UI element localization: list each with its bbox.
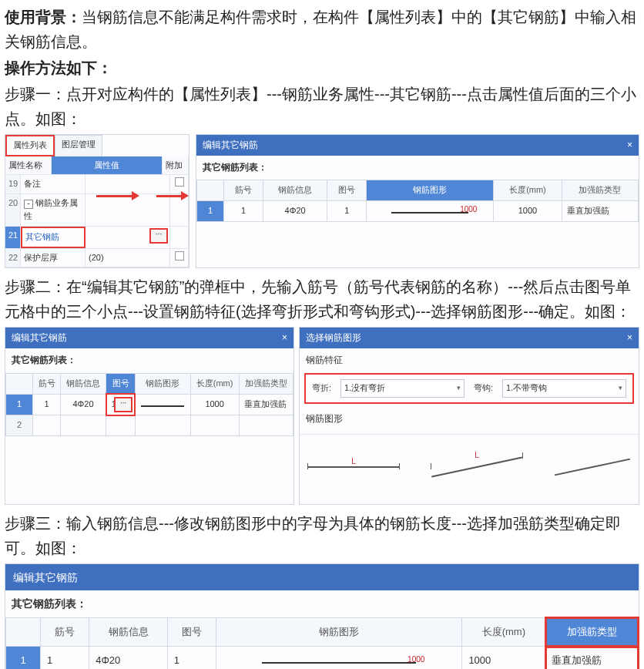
usage-body: 当钢筋信息不能满足构件需求时，在构件【属性列表】中的【其它钢筋】中输入相关钢筋信… xyxy=(5,8,636,50)
col-len: 长度(mm) xyxy=(494,180,562,201)
hook-label: 弯钩: xyxy=(474,382,493,395)
figure-3: 编辑其它钢筋 其它钢筋列表： 筋号 钢筋信息 图号 钢筋图形 长度(mm) 加强… xyxy=(5,563,639,669)
dialog-title: 选择钢筋图形 xyxy=(306,331,361,345)
annotation-arrow xyxy=(156,195,183,197)
panel-tabs: 属性列表 图层管理 xyxy=(5,135,189,156)
list-label: 其它钢筋列表： xyxy=(196,156,639,180)
usage-label: 使用背景： xyxy=(5,8,82,25)
col-type: 加强筋类型 xyxy=(562,180,638,201)
rebar-grid: 筋号 钢筋信息 图号 钢筋图形 长度(mm) 加强筋类型 1 1 4Φ20 1 … xyxy=(5,617,639,670)
property-header: 属性名称 属性值 附加 xyxy=(5,156,189,176)
col-name: 属性名称 xyxy=(5,156,52,175)
edit-other-rebar-dialog: 编辑其它钢筋 × 其它钢筋列表： 筋号 钢筋信息 图号 钢筋图形 长度(mm) … xyxy=(196,134,639,268)
grid-header: 筋号 钢筋信息 图号 钢筋图形 长度(mm) 加强筋类型 xyxy=(197,180,639,201)
checkbox-icon[interactable] xyxy=(175,177,184,187)
dialog-titlebar: 选择钢筋图形 × xyxy=(300,328,639,348)
feature-section-label: 钢筋特征 xyxy=(300,348,639,372)
usage-paragraph: 使用背景：当钢筋信息不能满足构件需求时，在构件【属性列表】中的【其它钢筋】中输入… xyxy=(5,5,639,54)
close-icon[interactable]: × xyxy=(627,138,632,153)
chevron-down-icon: ▾ xyxy=(457,382,461,393)
edit-other-rebar-dialog: 编辑其它钢筋 其它钢筋列表： 筋号 钢筋信息 图号 钢筋图形 长度(mm) 加强… xyxy=(5,563,639,669)
grid-header: 筋号 钢筋信息 图号 钢筋图形 长度(mm) 加强筋类型 xyxy=(6,373,293,394)
dialog-title: 编辑其它钢筋 xyxy=(203,138,258,153)
close-icon[interactable]: × xyxy=(282,331,287,345)
annotation-arrow xyxy=(96,195,133,197)
shape-option-1[interactable]: L xyxy=(307,466,400,468)
grid-row-1[interactable]: 1 1 4Φ20 1 1000 1000 垂直加强筋 xyxy=(6,647,639,669)
col-type: 加强筋类型 xyxy=(545,617,639,647)
checkbox-icon[interactable] xyxy=(175,251,184,261)
figure-2: 编辑其它钢筋 × 其它钢筋列表： 筋号 钢筋信息 图号 钢筋图形 长度(mm) … xyxy=(5,327,639,505)
tab-attribute-list[interactable]: 属性列表 xyxy=(5,135,55,156)
dialog-titlebar: 编辑其它钢筋 × xyxy=(5,328,293,348)
ellipsis-button[interactable]: ··· xyxy=(149,228,168,244)
close-icon[interactable]: × xyxy=(627,331,632,345)
select-shape-dialog: 选择钢筋图形 × 钢筋特征 弯折: 1.没有弯折▾ 弯钩: 1.不带弯钩▾ 钢筋… xyxy=(299,327,639,505)
property-panel: 属性列表 图层管理 属性名称 属性值 附加 19 备注 20 -钢筋业务属性 2… xyxy=(5,134,190,268)
figure-1: 属性列表 图层管理 属性名称 属性值 附加 19 备注 20 -钢筋业务属性 2… xyxy=(5,134,639,268)
shape-section-label: 钢筋图形 xyxy=(300,407,639,431)
edit-other-rebar-dialog: 编辑其它钢筋 × 其它钢筋列表： 筋号 钢筋信息 图号 钢筋图形 长度(mm) … xyxy=(5,327,294,505)
shape-cell[interactable]: 1000 xyxy=(367,200,494,221)
dialog-title: 编辑其它钢筋 xyxy=(12,331,67,345)
rebar-grid: 筋号 钢筋信息 图号 钢筋图形 长度(mm) 加强筋类型 1 1 4Φ20 1 … xyxy=(196,180,639,221)
chevron-down-icon: ▾ xyxy=(619,382,622,393)
step2-text: 步骤二：在“编辑其它钢筋”的弹框中，先输入筋号（筋号代表钢筋的名称）---然后点… xyxy=(5,274,639,324)
rebar-grid: 筋号 钢筋信息 图号 钢筋图形 长度(mm) 加强筋类型 1 1 4Φ20 1 … xyxy=(5,373,293,436)
col-jh: 筋号 xyxy=(224,180,263,201)
step1-text: 步骤一：点开对应构件的【属性列表】---钢筋业务属性---其它钢筋---点击属性… xyxy=(5,82,639,131)
grid-row-1[interactable]: 1 1 4Φ20 1 ··· 1000 垂直加强筋 xyxy=(6,394,293,415)
grid-row-1[interactable]: 1 1 4Φ20 1 1000 1000 垂直加强筋 xyxy=(197,200,639,221)
col-value: 属性值 xyxy=(52,156,163,175)
collapse-icon[interactable]: - xyxy=(24,200,33,209)
grid-row-2[interactable]: 2 xyxy=(6,415,293,436)
ellipsis-button[interactable]: ··· xyxy=(114,397,132,412)
bend-label: 弯折: xyxy=(312,382,331,395)
prop-row-19: 19 备注 xyxy=(5,175,189,194)
bend-select[interactable]: 1.没有弯折▾ xyxy=(340,379,465,398)
shape-cell[interactable] xyxy=(135,394,190,415)
step3-text: 步骤三：输入钢筋信息---修改钢筋图形中的字母为具体的钢筋长度---选择加强筋类… xyxy=(5,511,639,560)
shape-cell[interactable]: 1000 xyxy=(216,647,462,669)
col-attach: 附加 xyxy=(163,156,189,175)
prop-row-22: 22 保护层厚 (20) xyxy=(5,249,189,268)
list-label: 其它钢筋列表： xyxy=(5,348,293,372)
grid-header: 筋号 钢筋信息 图号 钢筋图形 长度(mm) 加强筋类型 xyxy=(6,617,639,647)
col-shape: 钢筋图形 xyxy=(367,180,494,201)
tab-layer-manage[interactable]: 图层管理 xyxy=(55,135,102,156)
feature-selectors: 弯折: 1.没有弯折▾ 弯钩: 1.不带弯钩▾ xyxy=(304,373,634,404)
method-heading: 操作方法如下： xyxy=(5,55,639,80)
th-cell[interactable]: 1 ··· xyxy=(106,394,135,415)
shape-gallery: L L xyxy=(300,434,639,504)
dialog-title: 编辑其它钢筋 xyxy=(13,569,78,586)
list-label: 其它钢筋列表： xyxy=(5,590,639,617)
type-cell[interactable]: 垂直加强筋 xyxy=(545,647,639,669)
dialog-titlebar: 编辑其它钢筋 xyxy=(5,564,639,590)
hook-select[interactable]: 1.不带弯钩▾ xyxy=(502,379,626,398)
col-info: 钢筋信息 xyxy=(263,180,327,201)
prop-row-21-other-rebar[interactable]: 21 其它钢筋 ··· xyxy=(5,227,189,249)
shape-option-3[interactable] xyxy=(554,466,631,468)
prop-row-20: 20 -钢筋业务属性 xyxy=(5,194,189,227)
shape-option-2[interactable]: L xyxy=(431,466,523,468)
dialog-titlebar: 编辑其它钢筋 × xyxy=(196,135,639,156)
col-th: 图号 xyxy=(327,180,367,201)
